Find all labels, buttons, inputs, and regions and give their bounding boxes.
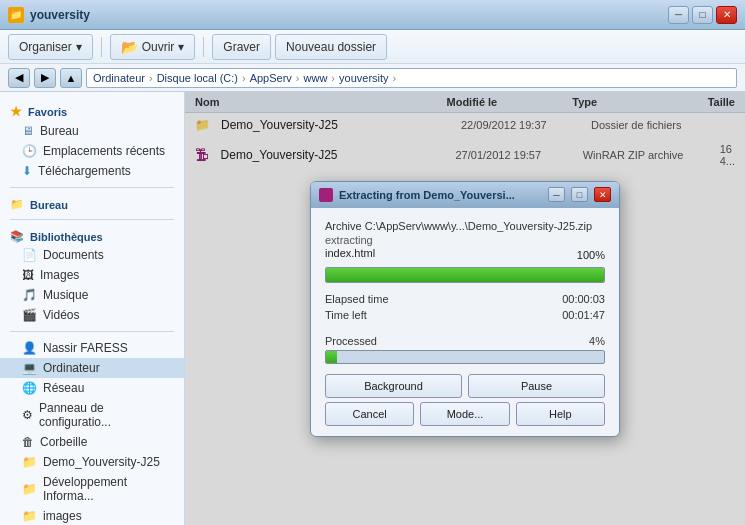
sub-progress-bar-bg	[325, 350, 605, 364]
dialog-extracting-label: extracting	[325, 234, 605, 246]
videos-icon: 🎬	[22, 308, 37, 322]
background-button[interactable]: Background	[325, 374, 462, 398]
content-area: Nom Modifié le Type Taille 📁 Demo_Youver…	[185, 92, 745, 525]
time-left-value: 00:01:47	[470, 309, 605, 321]
dialog-file-percent: 100%	[577, 249, 605, 261]
dialog-overlay: Extracting from Demo_Youversi... ─ □ ✕ A…	[185, 92, 745, 525]
back-button[interactable]: ◀	[8, 68, 30, 88]
cancel-button[interactable]: Cancel	[325, 402, 414, 426]
toolbar-separator-2	[203, 37, 204, 57]
close-button[interactable]: ✕	[716, 6, 737, 24]
dialog-maximize-button[interactable]: □	[571, 187, 588, 202]
sidebar-section-title-favoris: ★ Favoris	[0, 100, 184, 121]
download-icon: ⬇	[22, 164, 32, 178]
pause-button[interactable]: Pause	[468, 374, 605, 398]
minimize-button[interactable]: ─	[668, 6, 689, 24]
sidebar-item-corbeille[interactable]: 🗑 Corbeille	[0, 432, 184, 452]
dialog-title-icon	[319, 188, 333, 202]
sidebar-item-nassir[interactable]: 👤 Nassir FARESS	[0, 338, 184, 358]
dialog-buttons-row1: Background Pause	[325, 374, 605, 398]
trash-icon: 🗑	[22, 435, 34, 449]
sidebar-item-videos[interactable]: 🎬 Vidéos	[0, 305, 184, 325]
dialog-title-text: Extracting from Demo_Youversi...	[339, 189, 542, 201]
folder-icon-2: 📁	[22, 455, 37, 469]
sidebar-item-musique[interactable]: 🎵 Musique	[0, 285, 184, 305]
sidebar-section-favoris: ★ Favoris 🖥 Bureau 🕒 Emplacements récent…	[0, 100, 184, 181]
toolbar: Organiser ▾ 📂 Ouvrir ▾ Graver Nouveau do…	[0, 30, 745, 64]
network-icon: 🌐	[22, 381, 37, 395]
control-icon: ⚙	[22, 408, 33, 422]
nouveau-dossier-button[interactable]: Nouveau dossier	[275, 34, 387, 60]
elapsed-label: Elapsed time	[325, 293, 460, 305]
processed-percent: 4%	[589, 335, 605, 347]
music-icon: 🎵	[22, 288, 37, 302]
toolbar-separator-1	[101, 37, 102, 57]
dialog-titlebar: Extracting from Demo_Youversi... ─ □ ✕	[311, 182, 619, 208]
sidebar-bureau-title: 📁 Bureau	[0, 194, 184, 213]
sidebar-divider-2	[10, 219, 174, 220]
processed-row: Processed 4%	[325, 335, 605, 347]
maximize-button[interactable]: □	[692, 6, 713, 24]
sidebar-item-images2[interactable]: 📁 images	[0, 506, 184, 525]
computer-icon: 💻	[22, 361, 37, 375]
title-icon: 📁	[8, 7, 24, 23]
user-icon: 👤	[22, 341, 37, 355]
help-button[interactable]: Help	[516, 402, 605, 426]
main-progress-bar-bg	[325, 267, 605, 283]
dialog-buttons-row2: Cancel Mode... Help	[325, 402, 605, 426]
sub-progress-bar-fill	[326, 351, 337, 363]
sidebar-item-panneau[interactable]: ⚙ Panneau de configuratio...	[0, 398, 184, 432]
time-left-label: Time left	[325, 309, 460, 321]
address-bar: ◀ ▶ ▲ Ordinateur › Disque local (C:) › A…	[0, 64, 745, 92]
images-icon: 🖼	[22, 268, 34, 282]
dialog-filename: index.html	[325, 247, 375, 259]
folder-icon-4: 📁	[22, 509, 37, 523]
sidebar-item-demo[interactable]: 📁 Demo_Youversity-J25	[0, 452, 184, 472]
elapsed-value: 00:00:03	[470, 293, 605, 305]
forward-button[interactable]: ▶	[34, 68, 56, 88]
sidebar-item-reseau[interactable]: 🌐 Réseau	[0, 378, 184, 398]
desktop-icon: 🖥	[22, 124, 34, 138]
sidebar-libraries-title: 📚 Bibliothèques	[0, 226, 184, 245]
processed-label: Processed	[325, 335, 377, 347]
mode-button[interactable]: Mode...	[420, 402, 509, 426]
ouvrir-button[interactable]: 📂 Ouvrir ▾	[110, 34, 196, 60]
sidebar-item-documents[interactable]: 📄 Documents	[0, 245, 184, 265]
star-icon: ★	[10, 104, 22, 119]
recent-icon: 🕒	[22, 144, 37, 158]
sidebar-item-recent[interactable]: 🕒 Emplacements récents	[0, 141, 184, 161]
sidebar-item-telechargements[interactable]: ⬇ Téléchargements	[0, 161, 184, 181]
sidebar-item-bureau[interactable]: 🖥 Bureau	[0, 121, 184, 141]
extract-dialog: Extracting from Demo_Youversi... ─ □ ✕ A…	[310, 181, 620, 437]
main-layout: ★ Favoris 🖥 Bureau 🕒 Emplacements récent…	[0, 92, 745, 525]
main-progress-bar-fill	[326, 268, 604, 282]
dialog-minimize-button[interactable]: ─	[548, 187, 565, 202]
sidebar-item-dev[interactable]: 📁 Développement Informa...	[0, 472, 184, 506]
folder-icon: 📁	[10, 198, 24, 211]
dialog-body: Archive C:\AppServ\www\y...\Demo_Youvers…	[311, 208, 619, 436]
sidebar: ★ Favoris 🖥 Bureau 🕒 Emplacements récent…	[0, 92, 185, 525]
dialog-close-button[interactable]: ✕	[594, 187, 611, 202]
documents-icon: 📄	[22, 248, 37, 262]
graver-button[interactable]: Graver	[212, 34, 271, 60]
sidebar-item-images[interactable]: 🖼 Images	[0, 265, 184, 285]
sidebar-section-system: 👤 Nassir FARESS 💻 Ordinateur 🌐 Réseau ⚙ …	[0, 338, 184, 525]
sidebar-section-libraries: 📚 Bibliothèques 📄 Documents 🖼 Images 🎵 M…	[0, 226, 184, 325]
library-icon: 📚	[10, 230, 24, 243]
up-button[interactable]: ▲	[60, 68, 82, 88]
address-path[interactable]: Ordinateur › Disque local (C:) › AppServ…	[86, 68, 737, 88]
sidebar-section-bureau: 📁 Bureau	[0, 194, 184, 213]
sidebar-divider-3	[10, 331, 174, 332]
organiser-button[interactable]: Organiser ▾	[8, 34, 93, 60]
title-controls: ─ □ ✕	[668, 6, 737, 24]
folder-icon-3: 📁	[22, 482, 37, 496]
dialog-archive-path: Archive C:\AppServ\www\y...\Demo_Youvers…	[325, 220, 605, 232]
title-bar: 📁 youversity ─ □ ✕	[0, 0, 745, 30]
sidebar-divider-1	[10, 187, 174, 188]
sidebar-item-ordinateur[interactable]: 💻 Ordinateur	[0, 358, 184, 378]
title-text: youversity	[30, 8, 668, 22]
